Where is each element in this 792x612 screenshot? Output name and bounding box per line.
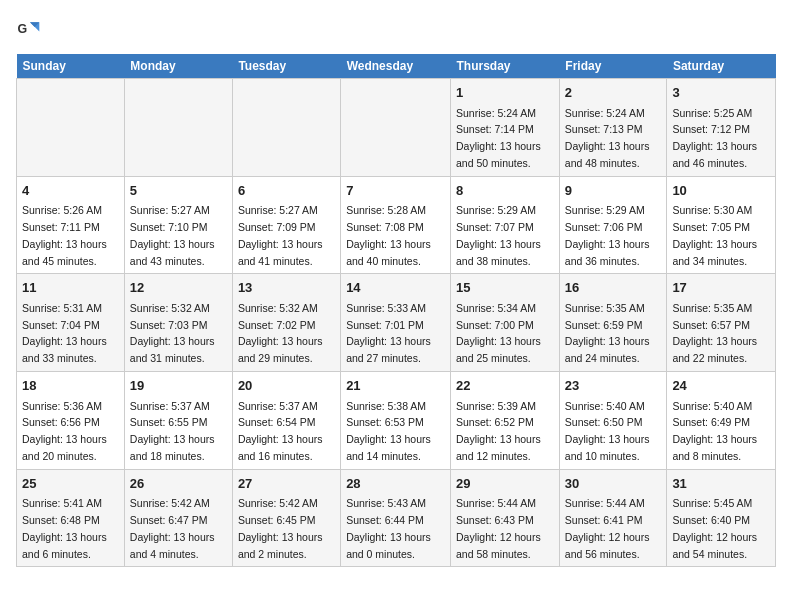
day-number: 9 (565, 181, 662, 201)
calendar-cell: 3Sunrise: 5:25 AM Sunset: 7:12 PM Daylig… (667, 79, 776, 177)
day-info: Sunrise: 5:42 AM Sunset: 6:47 PM Dayligh… (130, 495, 227, 562)
day-info: Sunrise: 5:26 AM Sunset: 7:11 PM Dayligh… (22, 202, 119, 269)
calendar-cell: 6Sunrise: 5:27 AM Sunset: 7:09 PM Daylig… (232, 176, 340, 274)
calendar-cell (232, 79, 340, 177)
day-info: Sunrise: 5:44 AM Sunset: 6:43 PM Dayligh… (456, 495, 554, 562)
calendar-cell: 12Sunrise: 5:32 AM Sunset: 7:03 PM Dayli… (124, 274, 232, 372)
day-number: 14 (346, 278, 445, 298)
calendar-cell: 28Sunrise: 5:43 AM Sunset: 6:44 PM Dayli… (341, 469, 451, 567)
calendar-cell: 15Sunrise: 5:34 AM Sunset: 7:00 PM Dayli… (451, 274, 560, 372)
day-info: Sunrise: 5:25 AM Sunset: 7:12 PM Dayligh… (672, 105, 770, 172)
day-number: 2 (565, 83, 662, 103)
calendar-cell: 21Sunrise: 5:38 AM Sunset: 6:53 PM Dayli… (341, 372, 451, 470)
calendar-cell (17, 79, 125, 177)
calendar-cell: 10Sunrise: 5:30 AM Sunset: 7:05 PM Dayli… (667, 176, 776, 274)
calendar-week-row: 1Sunrise: 5:24 AM Sunset: 7:14 PM Daylig… (17, 79, 776, 177)
calendar-cell: 18Sunrise: 5:36 AM Sunset: 6:56 PM Dayli… (17, 372, 125, 470)
day-number: 25 (22, 474, 119, 494)
calendar-cell: 7Sunrise: 5:28 AM Sunset: 7:08 PM Daylig… (341, 176, 451, 274)
day-info: Sunrise: 5:31 AM Sunset: 7:04 PM Dayligh… (22, 300, 119, 367)
day-number: 28 (346, 474, 445, 494)
col-header-tuesday: Tuesday (232, 54, 340, 79)
day-number: 18 (22, 376, 119, 396)
day-number: 17 (672, 278, 770, 298)
calendar-cell: 14Sunrise: 5:33 AM Sunset: 7:01 PM Dayli… (341, 274, 451, 372)
day-number: 6 (238, 181, 335, 201)
day-number: 22 (456, 376, 554, 396)
calendar-cell: 22Sunrise: 5:39 AM Sunset: 6:52 PM Dayli… (451, 372, 560, 470)
calendar-cell: 29Sunrise: 5:44 AM Sunset: 6:43 PM Dayli… (451, 469, 560, 567)
page-header: G (16, 16, 776, 44)
day-info: Sunrise: 5:24 AM Sunset: 7:14 PM Dayligh… (456, 105, 554, 172)
calendar-cell: 11Sunrise: 5:31 AM Sunset: 7:04 PM Dayli… (17, 274, 125, 372)
calendar-cell: 30Sunrise: 5:44 AM Sunset: 6:41 PM Dayli… (559, 469, 667, 567)
calendar-cell (124, 79, 232, 177)
day-number: 31 (672, 474, 770, 494)
day-info: Sunrise: 5:45 AM Sunset: 6:40 PM Dayligh… (672, 495, 770, 562)
day-number: 5 (130, 181, 227, 201)
day-number: 4 (22, 181, 119, 201)
calendar-week-row: 4Sunrise: 5:26 AM Sunset: 7:11 PM Daylig… (17, 176, 776, 274)
day-number: 8 (456, 181, 554, 201)
day-info: Sunrise: 5:32 AM Sunset: 7:03 PM Dayligh… (130, 300, 227, 367)
col-header-wednesday: Wednesday (341, 54, 451, 79)
calendar-cell: 4Sunrise: 5:26 AM Sunset: 7:11 PM Daylig… (17, 176, 125, 274)
day-info: Sunrise: 5:28 AM Sunset: 7:08 PM Dayligh… (346, 202, 445, 269)
svg-text:G: G (18, 22, 28, 36)
col-header-friday: Friday (559, 54, 667, 79)
day-info: Sunrise: 5:44 AM Sunset: 6:41 PM Dayligh… (565, 495, 662, 562)
calendar-cell: 20Sunrise: 5:37 AM Sunset: 6:54 PM Dayli… (232, 372, 340, 470)
day-info: Sunrise: 5:37 AM Sunset: 6:55 PM Dayligh… (130, 398, 227, 465)
day-number: 24 (672, 376, 770, 396)
day-number: 15 (456, 278, 554, 298)
calendar-cell: 1Sunrise: 5:24 AM Sunset: 7:14 PM Daylig… (451, 79, 560, 177)
day-info: Sunrise: 5:30 AM Sunset: 7:05 PM Dayligh… (672, 202, 770, 269)
calendar-cell: 17Sunrise: 5:35 AM Sunset: 6:57 PM Dayli… (667, 274, 776, 372)
day-number: 30 (565, 474, 662, 494)
calendar-cell: 24Sunrise: 5:40 AM Sunset: 6:49 PM Dayli… (667, 372, 776, 470)
calendar-cell: 9Sunrise: 5:29 AM Sunset: 7:06 PM Daylig… (559, 176, 667, 274)
day-info: Sunrise: 5:41 AM Sunset: 6:48 PM Dayligh… (22, 495, 119, 562)
calendar-week-row: 11Sunrise: 5:31 AM Sunset: 7:04 PM Dayli… (17, 274, 776, 372)
calendar-cell: 25Sunrise: 5:41 AM Sunset: 6:48 PM Dayli… (17, 469, 125, 567)
calendar-cell: 13Sunrise: 5:32 AM Sunset: 7:02 PM Dayli… (232, 274, 340, 372)
calendar-cell: 16Sunrise: 5:35 AM Sunset: 6:59 PM Dayli… (559, 274, 667, 372)
calendar-cell: 19Sunrise: 5:37 AM Sunset: 6:55 PM Dayli… (124, 372, 232, 470)
col-header-monday: Monday (124, 54, 232, 79)
day-info: Sunrise: 5:36 AM Sunset: 6:56 PM Dayligh… (22, 398, 119, 465)
day-info: Sunrise: 5:34 AM Sunset: 7:00 PM Dayligh… (456, 300, 554, 367)
day-info: Sunrise: 5:38 AM Sunset: 6:53 PM Dayligh… (346, 398, 445, 465)
col-header-sunday: Sunday (17, 54, 125, 79)
day-info: Sunrise: 5:24 AM Sunset: 7:13 PM Dayligh… (565, 105, 662, 172)
day-number: 10 (672, 181, 770, 201)
day-info: Sunrise: 5:40 AM Sunset: 6:49 PM Dayligh… (672, 398, 770, 465)
day-number: 26 (130, 474, 227, 494)
day-info: Sunrise: 5:33 AM Sunset: 7:01 PM Dayligh… (346, 300, 445, 367)
calendar-cell: 5Sunrise: 5:27 AM Sunset: 7:10 PM Daylig… (124, 176, 232, 274)
col-header-thursday: Thursday (451, 54, 560, 79)
day-number: 11 (22, 278, 119, 298)
calendar-cell (341, 79, 451, 177)
calendar-cell: 31Sunrise: 5:45 AM Sunset: 6:40 PM Dayli… (667, 469, 776, 567)
day-info: Sunrise: 5:43 AM Sunset: 6:44 PM Dayligh… (346, 495, 445, 562)
calendar-cell: 23Sunrise: 5:40 AM Sunset: 6:50 PM Dayli… (559, 372, 667, 470)
calendar-header-row: SundayMondayTuesdayWednesdayThursdayFrid… (17, 54, 776, 79)
day-info: Sunrise: 5:32 AM Sunset: 7:02 PM Dayligh… (238, 300, 335, 367)
day-number: 21 (346, 376, 445, 396)
day-info: Sunrise: 5:40 AM Sunset: 6:50 PM Dayligh… (565, 398, 662, 465)
calendar-cell: 8Sunrise: 5:29 AM Sunset: 7:07 PM Daylig… (451, 176, 560, 274)
calendar-table: SundayMondayTuesdayWednesdayThursdayFrid… (16, 54, 776, 567)
day-number: 12 (130, 278, 227, 298)
logo-icon: G (16, 16, 44, 44)
day-number: 13 (238, 278, 335, 298)
calendar-week-row: 25Sunrise: 5:41 AM Sunset: 6:48 PM Dayli… (17, 469, 776, 567)
calendar-cell: 27Sunrise: 5:42 AM Sunset: 6:45 PM Dayli… (232, 469, 340, 567)
day-info: Sunrise: 5:27 AM Sunset: 7:09 PM Dayligh… (238, 202, 335, 269)
calendar-week-row: 18Sunrise: 5:36 AM Sunset: 6:56 PM Dayli… (17, 372, 776, 470)
day-info: Sunrise: 5:37 AM Sunset: 6:54 PM Dayligh… (238, 398, 335, 465)
day-info: Sunrise: 5:27 AM Sunset: 7:10 PM Dayligh… (130, 202, 227, 269)
day-number: 23 (565, 376, 662, 396)
day-info: Sunrise: 5:35 AM Sunset: 6:59 PM Dayligh… (565, 300, 662, 367)
day-number: 16 (565, 278, 662, 298)
day-number: 19 (130, 376, 227, 396)
